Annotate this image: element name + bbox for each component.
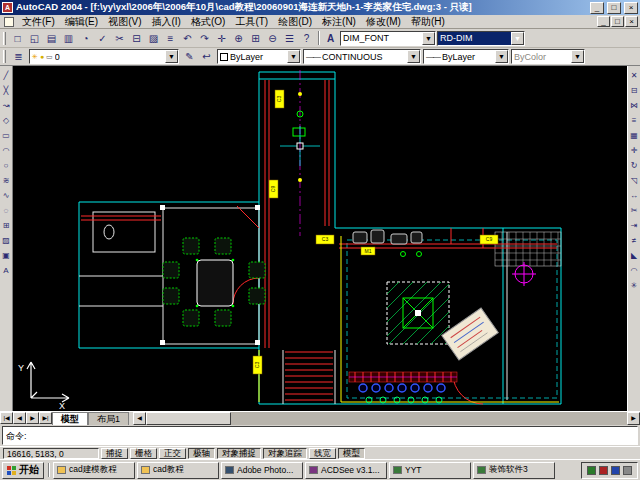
- task-2[interactable]: cad教程: [137, 462, 219, 479]
- insert-block-button[interactable]: ⊞: [0, 218, 12, 232]
- task-6[interactable]: 装饰软件3: [473, 462, 555, 479]
- scrollbar-thumb[interactable]: [146, 412, 231, 425]
- open-button[interactable]: ◱: [26, 30, 43, 46]
- command-input-area[interactable]: 命令:: [2, 426, 638, 445]
- new-button[interactable]: □: [9, 30, 26, 46]
- close-button[interactable]: ×: [624, 2, 638, 14]
- stretch-button[interactable]: ↔: [628, 188, 640, 202]
- tab-model[interactable]: 模型: [52, 412, 88, 425]
- tab-scroll-right-icon[interactable]: ▶: [26, 412, 39, 424]
- explode-button[interactable]: ✳: [628, 278, 640, 292]
- drawing-area[interactable]: C3C9C3C9C3M1 Y X: [13, 66, 627, 411]
- help-button[interactable]: ?: [298, 30, 315, 46]
- arc-button[interactable]: ◠: [0, 143, 12, 157]
- tray-icon[interactable]: [587, 466, 596, 475]
- tray-icon[interactable]: [599, 466, 608, 475]
- print-preview-button[interactable]: ◔: [77, 30, 94, 46]
- revision-cloud-button[interactable]: ≋: [0, 173, 12, 187]
- properties-button[interactable]: ☰: [281, 30, 298, 46]
- menu-item-6[interactable]: 工具(T): [230, 15, 273, 29]
- plot-style-combo[interactable]: ByColor ▼: [511, 49, 585, 64]
- menu-item-7[interactable]: 绘图(D): [273, 15, 317, 29]
- lineweight-combo[interactable]: —— ByLayer ▼: [423, 49, 509, 64]
- toggle-对象捕捉[interactable]: 对象捕捉: [217, 448, 261, 459]
- doc-restore-button[interactable]: □: [611, 16, 624, 27]
- break-button[interactable]: ≠: [628, 233, 640, 247]
- scale-button[interactable]: ◹: [628, 173, 640, 187]
- toggle-线宽[interactable]: 线宽: [309, 448, 336, 459]
- toggle-模型[interactable]: 模型: [338, 448, 365, 459]
- minimize-button[interactable]: _: [590, 2, 604, 14]
- maximize-button[interactable]: □: [607, 2, 621, 14]
- horizontal-scrollbar[interactable]: ◀ ▶: [133, 412, 640, 425]
- circle-button[interactable]: ○: [0, 158, 12, 172]
- region-button[interactable]: ▣: [0, 248, 12, 262]
- start-button[interactable]: 开始: [2, 462, 44, 479]
- move-button[interactable]: ✛: [628, 143, 640, 157]
- hatch-button[interactable]: ▨: [0, 233, 12, 247]
- toolbar-grip[interactable]: [3, 32, 6, 45]
- polyline-button[interactable]: ↝: [0, 98, 12, 112]
- extend-button[interactable]: ⇥: [628, 218, 640, 232]
- drawing-canvas[interactable]: C3C9C3C9C3M1 Y X: [13, 66, 627, 411]
- make-object-layer-current-button[interactable]: ✎: [181, 49, 198, 65]
- spell-check-button[interactable]: ✓: [94, 30, 111, 46]
- mirror-button[interactable]: ⋈: [628, 98, 640, 112]
- cut-button[interactable]: ✂: [111, 30, 128, 46]
- toggle-捕捉[interactable]: 捕捉: [101, 448, 128, 459]
- menu-item-8[interactable]: 标注(N): [317, 15, 361, 29]
- text-style-combo[interactable]: DIM_FONT ▼: [340, 31, 436, 46]
- task-1[interactable]: cad建模教程: [53, 462, 135, 479]
- chevron-down-icon[interactable]: ▼: [571, 50, 584, 63]
- chamfer-button[interactable]: ◣: [628, 248, 640, 262]
- toolbar-grip[interactable]: [3, 50, 6, 63]
- tab-layout1[interactable]: 布局1: [88, 412, 129, 425]
- zoom-realtime-button[interactable]: ⊕: [230, 30, 247, 46]
- task-5[interactable]: YYT: [389, 462, 471, 479]
- array-button[interactable]: ▦: [628, 128, 640, 142]
- toggle-栅格[interactable]: 栅格: [130, 448, 157, 459]
- trim-button[interactable]: ✂: [628, 203, 640, 217]
- linetype-combo[interactable]: —— CONTINUOUS ▼: [303, 49, 421, 64]
- task-4[interactable]: ACDSee v3.1...: [305, 462, 387, 479]
- print-button[interactable]: ▥: [60, 30, 77, 46]
- erase-button[interactable]: ✕: [628, 68, 640, 82]
- toggle-对象追踪[interactable]: 对象追踪: [263, 448, 307, 459]
- rotate-button[interactable]: ↻: [628, 158, 640, 172]
- spline-button[interactable]: ∿: [0, 188, 12, 202]
- tab-scroll-first-icon[interactable]: |◀: [0, 412, 13, 424]
- zoom-previous-button[interactable]: ⊖: [264, 30, 281, 46]
- doc-minimize-button[interactable]: _: [597, 16, 610, 27]
- scroll-right-icon[interactable]: ▶: [627, 412, 640, 425]
- chevron-down-icon[interactable]: ▼: [511, 32, 524, 45]
- tray-icon[interactable]: [611, 466, 620, 475]
- scroll-left-icon[interactable]: ◀: [133, 412, 146, 425]
- menu-item-10[interactable]: 帮助(H): [406, 15, 450, 29]
- tab-scroll-last-icon[interactable]: ▶|: [39, 412, 52, 424]
- redo-button[interactable]: ↷: [196, 30, 213, 46]
- polygon-button[interactable]: ◇: [0, 113, 12, 127]
- offset-button[interactable]: ≡: [628, 113, 640, 127]
- doc-close-button[interactable]: ×: [625, 16, 638, 27]
- chevron-down-icon[interactable]: ▼: [407, 50, 420, 63]
- multiline-text-button[interactable]: A: [0, 263, 12, 277]
- tab-scroll-left-icon[interactable]: ◀: [13, 412, 26, 424]
- color-combo[interactable]: ByLayer ▼: [217, 49, 301, 64]
- pan-button[interactable]: ✛: [213, 30, 230, 46]
- save-button[interactable]: ▤: [43, 30, 60, 46]
- menu-item-9[interactable]: 修改(M): [361, 15, 406, 29]
- layer-combo[interactable]: ✳ ● ▭ 0 ▼: [29, 49, 179, 64]
- chevron-down-icon[interactable]: ▼: [422, 32, 435, 45]
- menu-item-5[interactable]: 格式(O): [186, 15, 230, 29]
- chevron-down-icon[interactable]: ▼: [287, 50, 300, 63]
- menu-item-1[interactable]: 文件(F): [17, 15, 60, 29]
- toggle-极轴[interactable]: 极轴: [188, 448, 215, 459]
- layer-properties-manager-button[interactable]: ≣: [10, 49, 27, 65]
- menu-item-3[interactable]: 视图(V): [103, 15, 146, 29]
- copy-object-button[interactable]: ⊟: [628, 83, 640, 97]
- zoom-window-button[interactable]: ⊞: [247, 30, 264, 46]
- menu-item-4[interactable]: 插入(I): [146, 15, 185, 29]
- coordinate-readout[interactable]: 16616, 5183, 0: [3, 448, 99, 459]
- task-3[interactable]: Adobe Photo...: [221, 462, 303, 479]
- fillet-button[interactable]: ◠: [628, 263, 640, 277]
